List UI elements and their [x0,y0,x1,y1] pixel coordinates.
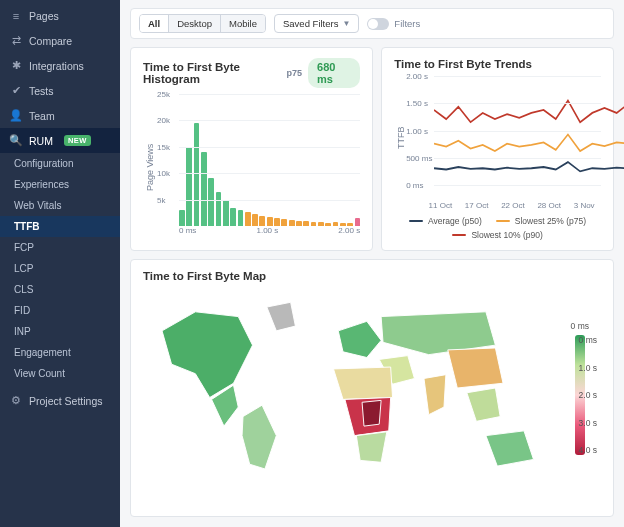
legend-label: Slowest 10% (p90) [471,230,542,240]
histogram-bar [259,216,265,226]
histogram-bar [194,123,200,226]
legend-tick: 0 ms [579,335,597,345]
histogram-bar [201,152,207,226]
saved-filters-dropdown[interactable]: Saved Filters ▼ [274,14,359,33]
legend-tick: 0 ms [571,321,589,331]
histogram-plot: 0 ms1.00 s2.00 s 25k20k15k10k5k [157,94,360,240]
sidebar-item-tests[interactable]: ✔ Tests [0,78,120,103]
filters-toggle-label: Filters [394,18,420,29]
device-segmented: All Desktop Mobile [139,14,266,33]
seg-desktop[interactable]: Desktop [169,15,221,32]
y-tick: 1.00 s [406,126,428,135]
main: All Desktop Mobile Saved Filters ▼ Filte… [120,0,624,527]
legend-item: Slowest 25% (p75) [496,216,586,226]
y-tick: 500 ms [406,153,432,162]
ttfb-map-card: Time to First Byte Map [130,259,614,517]
sidebar-item-label: Pages [29,10,59,22]
trend-line [434,162,624,171]
sidebar-item-label: Compare [29,35,72,47]
y-tick: 5k [157,195,165,204]
page-title: Time to First Byte Trends [394,58,532,70]
ttfb-histogram-card: Time to First Byte Histogram p75 680 ms … [130,47,373,251]
y-axis-label: TTFB [394,76,406,199]
sidebar-subitem-inp[interactable]: INP [0,321,120,342]
card-title: Time to First Byte Map [143,270,601,282]
sidebar-subitem-ttfb[interactable]: TTFB [0,216,120,237]
seg-mobile[interactable]: Mobile [221,15,265,32]
sidebar-item-label: Integrations [29,60,84,72]
user-icon: 👤 [10,109,22,122]
sidebar-subitem-fid[interactable]: FID [0,300,120,321]
sidebar-item-team[interactable]: 👤 Team [0,103,120,128]
world-map [143,288,553,488]
sidebar-item-compare[interactable]: ⇄ Compare [0,28,120,53]
map-legend: 0 ms 1.0 s 0 ms 1.0 s 2.0 s 3.0 s 4.0 s [563,288,601,488]
page-title: Time to First Byte Histogram [143,61,287,85]
histogram-bar [238,210,244,226]
sidebar-subitem-cls[interactable]: CLS [0,279,120,300]
y-tick: 10k [157,169,170,178]
x-tick: 11 Oct [429,201,453,210]
legend-line-icon [409,220,423,222]
integrations-icon: ✱ [10,59,22,72]
y-tick: 0 ms [406,181,423,190]
card-title: Time to First Byte Trends [394,58,601,70]
legend-tick: 1.0 s [579,363,597,373]
chevron-down-icon: ▼ [342,19,350,28]
toggle-switch-icon [367,18,389,30]
sidebar-subitem-web-vitals[interactable]: Web Vitals [0,195,120,216]
legend-tick: 3.0 s [579,418,597,428]
histogram-bar [252,214,258,226]
legend-line-icon [496,220,510,222]
y-tick: 2.00 s [406,72,428,81]
new-badge: NEW [64,135,91,146]
x-tick: 3 Nov [574,201,595,210]
sidebar-item-project-settings[interactable]: ⚙ Project Settings [0,388,120,413]
legend-line-icon [452,234,466,236]
x-tick: 28 Oct [537,201,561,210]
histogram-bar [186,147,192,226]
page-title: Time to First Byte Map [143,270,266,282]
y-tick: 1.50 s [406,99,428,108]
ttfb-trends-card: Time to First Byte Trends TTFB 2.00 s1.5… [381,47,614,251]
sidebar-item-pages[interactable]: ≡ Pages [0,4,120,28]
y-tick: 15k [157,142,170,151]
histogram-bar [267,217,273,226]
list-icon: ≡ [10,10,22,22]
histogram-bar [223,200,229,226]
sidebar-item-rum[interactable]: 🔍 RUM NEW [0,128,120,153]
filters-toggle[interactable]: Filters [367,18,420,30]
legend-tick: 4.0 s [579,445,597,455]
p75-badge: 680 ms [308,58,360,88]
histogram-bar [179,210,185,226]
sidebar-subitem-view-count[interactable]: View Count [0,363,120,384]
y-tick: 20k [157,116,170,125]
legend: Average (p50)Slowest 25% (p75)Slowest 10… [394,216,601,240]
trend-line [434,134,624,151]
compare-icon: ⇄ [10,34,22,47]
x-tick: 22 Oct [501,201,525,210]
p75-label: p75 [287,68,303,78]
histogram-bar [274,218,280,226]
trends-plot: 2.00 s1.50 s1.00 s500 ms0 ms [406,76,601,199]
sidebar-item-label: RUM [29,135,53,147]
sidebar-subitem-fcp[interactable]: FCP [0,237,120,258]
sidebar-subitem-experiences[interactable]: Experiences [0,174,120,195]
charts-row: Time to First Byte Histogram p75 680 ms … [130,47,614,251]
histogram-bar [216,192,222,226]
legend-tick: 2.0 s [579,390,597,400]
legend-label: Slowest 25% (p75) [515,216,586,226]
histogram-bar [245,212,251,226]
sidebar-subitem-lcp[interactable]: LCP [0,258,120,279]
y-tick: 25k [157,90,170,99]
sidebar-item-integrations[interactable]: ✱ Integrations [0,53,120,78]
sidebar-item-label: Project Settings [29,395,103,407]
sidebar-item-label: Team [29,110,55,122]
sidebar-subitem-configuration[interactable]: Configuration [0,153,120,174]
legend-item: Average (p50) [409,216,482,226]
x-tick: 17 Oct [465,201,489,210]
sidebar-item-label: Tests [29,85,54,97]
x-tick: 0 ms [179,226,196,240]
sidebar-subitem-engagement[interactable]: Engagement [0,342,120,363]
seg-all[interactable]: All [140,15,169,32]
